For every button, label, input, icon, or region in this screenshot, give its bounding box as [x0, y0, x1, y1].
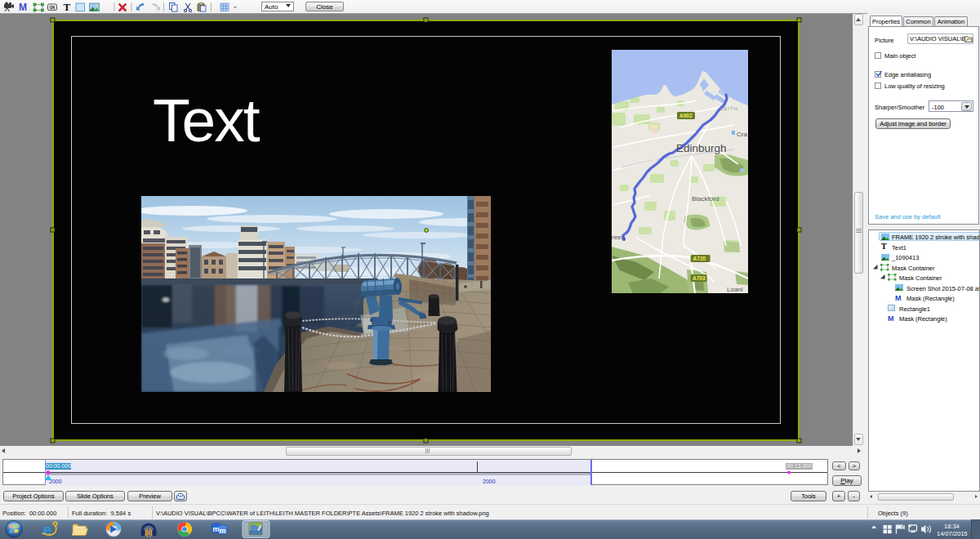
- svg-text:14/07/2015: 14/07/2015: [937, 530, 968, 537]
- svg-text:18:34: 18:34: [944, 523, 960, 530]
- svg-text:OK: OK: [50, 6, 56, 10]
- svg-text:T: T: [64, 1, 71, 13]
- svg-text:m: m: [213, 525, 220, 533]
- svg-text:m: m: [220, 527, 226, 535]
- svg-text:M: M: [19, 2, 27, 13]
